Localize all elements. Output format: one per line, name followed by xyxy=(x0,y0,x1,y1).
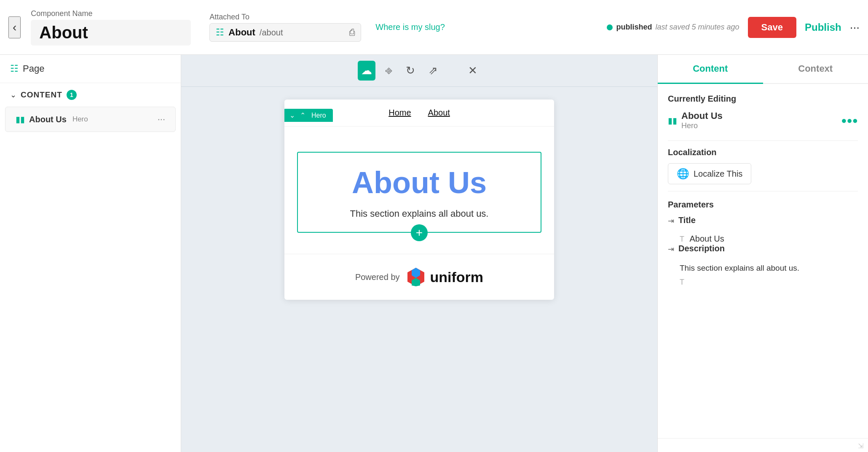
editing-more-button[interactable]: ●●● xyxy=(841,115,858,126)
editing-component-row: ▮▮ About Us Hero ●●● xyxy=(668,110,858,130)
parameters-label: Parameters xyxy=(668,200,858,210)
tab-context[interactable]: Context xyxy=(763,55,868,83)
close-canvas-button[interactable]: ✕ xyxy=(465,61,481,81)
param-desc-name: Description xyxy=(678,244,725,253)
param-title-icon: ⇥ xyxy=(668,216,674,226)
item-more-button[interactable]: ··· xyxy=(158,114,165,125)
editing-component-icon: ▮▮ xyxy=(668,116,677,126)
hero-toolbar-label: Hero xyxy=(309,112,329,119)
page-icon: ☷ xyxy=(10,63,19,74)
uniform-logo-icon xyxy=(406,267,426,287)
canvas-area: ☁ ⎆ ↻ ⇗ ✕ Home About ⌄ ⌃ Hero A xyxy=(181,55,657,452)
param-type-icon-t: T xyxy=(680,235,684,244)
panel-footer: ⇲ xyxy=(658,438,868,452)
attached-page-slug: /about xyxy=(260,28,283,38)
uniform-text: uniform xyxy=(430,269,484,285)
param-title-name: Title xyxy=(678,215,696,225)
attached-to-block: Attached To ☷ About /about ⎙ xyxy=(209,13,361,42)
mobile-view-button[interactable]: ⎆ xyxy=(382,61,396,81)
slug-link[interactable]: Where is my slug? xyxy=(375,22,445,32)
refresh-button[interactable]: ↻ xyxy=(402,61,418,81)
attached-to-label: Attached To xyxy=(209,13,361,22)
content-label: CONTENT xyxy=(21,90,62,100)
published-dot xyxy=(607,24,613,30)
hero-move-up-button[interactable]: ⌃ xyxy=(298,110,307,120)
component-icon: ▮▮ xyxy=(16,114,25,124)
publish-button[interactable]: Publish xyxy=(805,22,841,33)
hero-section[interactable]: About Us This section explains all about… xyxy=(297,152,541,233)
param-title-value: About Us xyxy=(689,234,724,243)
nav-home-link[interactable]: Home xyxy=(388,108,411,118)
param-desc-icon: ⇥ xyxy=(668,245,674,254)
published-indicator: published last saved 5 minutes ago xyxy=(607,23,739,32)
hero-tag: Hero xyxy=(72,115,88,124)
add-section-button[interactable]: + xyxy=(411,224,428,241)
page-label: Page xyxy=(23,63,44,74)
localize-button[interactable]: 🌐 Localize This xyxy=(668,163,751,184)
top-bar-right: published last saved 5 minutes ago Save … xyxy=(607,17,860,38)
hero-toolbar: ⌄ ⌃ Hero xyxy=(284,109,333,122)
panel-body: Currently Editing ▮▮ About Us Hero ●●● L… xyxy=(658,84,868,438)
divider-2 xyxy=(668,191,858,191)
editing-component-sub: Hero xyxy=(681,121,723,130)
canvas-toolbar: ☁ ⎆ ↻ ⇗ ✕ xyxy=(181,55,657,87)
right-panel: Content Context Currently Editing ▮▮ Abo… xyxy=(657,55,868,452)
globe-icon: 🌐 xyxy=(677,168,689,180)
localize-btn-label: Localize This xyxy=(694,169,742,179)
sidebar-page-row: ☷ Page xyxy=(0,55,181,83)
param-desc-value: This section explains all about us. xyxy=(680,262,858,274)
top-bar: ‹ Component Name About Attached To ☷ Abo… xyxy=(0,0,868,55)
desktop-view-button[interactable]: ☁ xyxy=(358,61,375,81)
canvas-content: Home About ⌄ ⌃ Hero About Us This sectio… xyxy=(181,87,657,452)
content-section-header: ⌄ CONTENT 1 xyxy=(0,83,181,107)
left-sidebar: ☷ Page ⌄ CONTENT 1 ▮▮ About Us Hero ··· xyxy=(0,55,181,452)
hero-wrapper: ⌄ ⌃ Hero About Us This section explains … xyxy=(284,126,554,254)
hero-title: About Us xyxy=(298,153,541,204)
back-button[interactable]: ‹ xyxy=(8,16,21,38)
panel-tabs: Content Context xyxy=(658,55,868,84)
component-name-label: Component Name xyxy=(31,9,191,18)
tab-content[interactable]: Content xyxy=(658,55,763,84)
content-badge: 1 xyxy=(67,90,77,100)
currently-editing-label: Currently Editing xyxy=(668,94,858,104)
about-us-label: About Us xyxy=(29,115,67,124)
copy-icon[interactable]: ⎙ xyxy=(349,27,355,38)
powered-by-text: Powered by xyxy=(355,272,400,282)
param-desc-row: ⇥ Description xyxy=(668,244,858,254)
uniform-logo: uniform xyxy=(406,267,484,287)
published-text: published xyxy=(616,23,652,32)
editing-component-info: About Us Hero xyxy=(681,110,723,130)
main-area: ☷ Page ⌄ CONTENT 1 ▮▮ About Us Hero ··· … xyxy=(0,55,868,452)
param-desc-type-icon: T xyxy=(680,278,858,287)
save-button[interactable]: Save xyxy=(748,17,796,38)
divider-1 xyxy=(668,140,858,141)
attached-to-value: ☷ About /about ⎙ xyxy=(209,23,361,42)
param-desc-value-block: This section explains all about us. T xyxy=(680,262,858,287)
localization-label: Localization xyxy=(668,148,858,157)
param-title-value-block: T About Us xyxy=(680,234,858,244)
attached-page-name: About xyxy=(228,27,255,38)
page-frame: Home About ⌄ ⌃ Hero About Us This sectio… xyxy=(284,100,554,300)
hero-move-down-button[interactable]: ⌄ xyxy=(288,110,297,120)
param-title-row: ⇥ Title xyxy=(668,215,858,226)
page-icon: ☷ xyxy=(216,27,224,38)
component-name-input[interactable]: About xyxy=(31,20,191,46)
component-name-block: Component Name About xyxy=(31,9,191,46)
expand-button[interactable]: ⇗ xyxy=(425,61,441,81)
editing-component-name: About Us xyxy=(681,110,723,121)
resize-handle[interactable]: ⇲ xyxy=(858,442,865,449)
chevron-icon[interactable]: ⌄ xyxy=(10,90,16,100)
powered-by: Powered by uniform xyxy=(284,254,554,300)
about-us-item[interactable]: ▮▮ About Us Hero ··· xyxy=(5,107,176,132)
nav-about-link[interactable]: About xyxy=(428,108,450,118)
last-saved-text: last saved 5 minutes ago xyxy=(655,23,739,32)
more-options-button[interactable]: ··· xyxy=(850,21,860,34)
